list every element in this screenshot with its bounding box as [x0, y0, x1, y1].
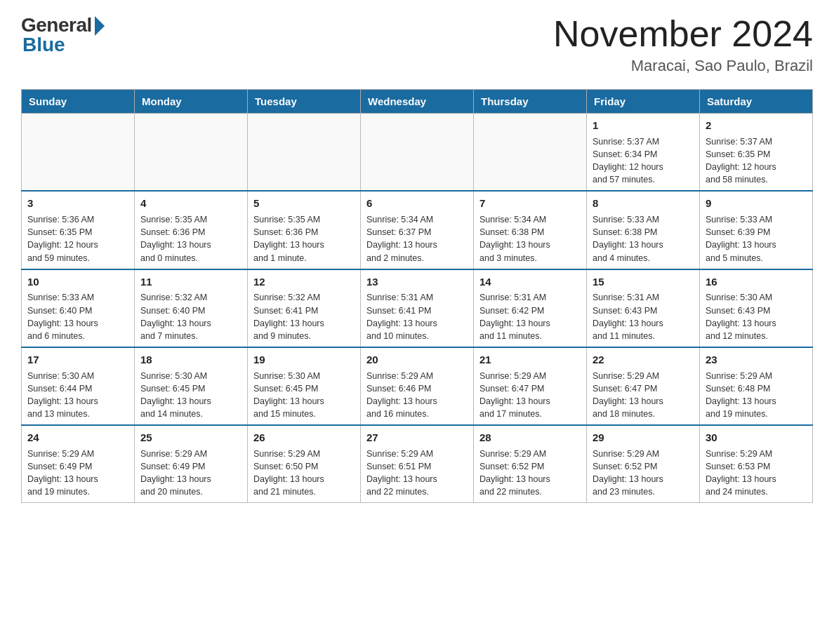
day-info: Sunset: 6:38 PM	[479, 226, 581, 239]
day-number: 15	[593, 274, 694, 290]
day-info: Sunrise: 5:33 AM	[706, 213, 807, 226]
day-info: Daylight: 13 hours	[706, 395, 807, 408]
day-info: Sunrise: 5:30 AM	[706, 291, 807, 304]
day-info: and 4 minutes.	[593, 252, 694, 264]
day-info: and 22 minutes.	[366, 485, 468, 498]
day-info: Daylight: 13 hours	[366, 395, 468, 408]
page-header: General Blue November 2024 Maracai, Sao …	[21, 14, 813, 75]
day-number: 5	[253, 196, 355, 211]
day-info: Sunrise: 5:31 AM	[366, 291, 468, 304]
calendar-cell: 30Sunrise: 5:29 AMSunset: 6:53 PMDayligh…	[700, 425, 813, 503]
day-info: Daylight: 13 hours	[140, 473, 241, 485]
calendar-cell: 9Sunrise: 5:33 AMSunset: 6:39 PMDaylight…	[700, 191, 813, 269]
day-info: Sunset: 6:42 PM	[479, 304, 581, 317]
day-info: Sunrise: 5:37 AM	[706, 135, 807, 148]
day-number: 22	[593, 352, 694, 368]
day-info: Sunset: 6:37 PM	[366, 226, 468, 239]
header-monday: Monday	[135, 90, 248, 114]
day-info: Daylight: 13 hours	[140, 239, 241, 251]
logo-arrow-icon	[95, 16, 105, 36]
day-info: Sunset: 6:43 PM	[593, 304, 694, 317]
day-info: Sunset: 6:50 PM	[253, 460, 355, 473]
day-info: and 9 minutes.	[253, 330, 355, 342]
day-info: and 23 minutes.	[593, 485, 694, 498]
day-info: Sunset: 6:45 PM	[253, 382, 355, 395]
day-info: Sunset: 6:44 PM	[27, 382, 128, 395]
calendar-cell	[361, 114, 474, 192]
day-number: 23	[706, 352, 807, 368]
header-wednesday: Wednesday	[361, 90, 474, 114]
calendar-cell	[474, 114, 587, 192]
calendar-cell: 22Sunrise: 5:29 AMSunset: 6:47 PMDayligh…	[587, 347, 700, 425]
day-number: 26	[253, 430, 355, 445]
calendar-week-row: 10Sunrise: 5:33 AMSunset: 6:40 PMDayligh…	[22, 269, 813, 347]
day-info: Daylight: 12 hours	[706, 161, 807, 173]
day-info: Daylight: 13 hours	[27, 473, 128, 485]
day-info: Sunrise: 5:30 AM	[27, 370, 128, 382]
day-number: 8	[593, 196, 694, 211]
calendar-cell	[135, 114, 248, 192]
calendar-table: Sunday Monday Tuesday Wednesday Thursday…	[21, 89, 813, 503]
calendar-cell: 26Sunrise: 5:29 AMSunset: 6:50 PMDayligh…	[248, 425, 361, 503]
calendar-cell	[22, 114, 135, 192]
day-info: Sunset: 6:36 PM	[253, 226, 355, 239]
day-number: 28	[479, 430, 581, 445]
day-info: Sunrise: 5:32 AM	[140, 291, 241, 304]
day-info: and 6 minutes.	[27, 330, 128, 342]
day-info: Sunrise: 5:37 AM	[593, 135, 694, 148]
title-block: November 2024 Maracai, Sao Paulo, Brazil	[553, 14, 813, 75]
calendar-week-row: 17Sunrise: 5:30 AMSunset: 6:44 PMDayligh…	[22, 347, 813, 425]
calendar-cell: 14Sunrise: 5:31 AMSunset: 6:42 PMDayligh…	[474, 269, 587, 347]
calendar-cell: 18Sunrise: 5:30 AMSunset: 6:45 PMDayligh…	[135, 347, 248, 425]
day-info: and 18 minutes.	[593, 408, 694, 420]
calendar-cell: 29Sunrise: 5:29 AMSunset: 6:52 PMDayligh…	[587, 425, 700, 503]
day-number: 3	[27, 196, 128, 211]
day-info: and 17 minutes.	[479, 408, 581, 420]
header-thursday: Thursday	[474, 90, 587, 114]
day-info: Daylight: 13 hours	[366, 317, 468, 330]
day-info: Sunrise: 5:31 AM	[479, 291, 581, 304]
day-info: and 24 minutes.	[706, 485, 807, 498]
day-info: Sunset: 6:51 PM	[366, 460, 468, 473]
day-info: Daylight: 13 hours	[27, 317, 128, 330]
day-info: Daylight: 13 hours	[253, 395, 355, 408]
day-info: Daylight: 12 hours	[593, 161, 694, 173]
calendar-cell: 11Sunrise: 5:32 AMSunset: 6:40 PMDayligh…	[135, 269, 248, 347]
calendar-cell: 8Sunrise: 5:33 AMSunset: 6:38 PMDaylight…	[587, 191, 700, 269]
day-number: 30	[706, 430, 807, 445]
day-number: 13	[366, 274, 468, 290]
calendar-cell: 4Sunrise: 5:35 AMSunset: 6:36 PMDaylight…	[135, 191, 248, 269]
header-saturday: Saturday	[700, 90, 813, 114]
calendar-header-row: Sunday Monday Tuesday Wednesday Thursday…	[22, 90, 813, 114]
day-info: Sunrise: 5:29 AM	[593, 448, 694, 460]
day-info: and 14 minutes.	[140, 408, 241, 420]
calendar-cell: 7Sunrise: 5:34 AMSunset: 6:38 PMDaylight…	[474, 191, 587, 269]
calendar-cell	[248, 114, 361, 192]
day-info: Sunrise: 5:32 AM	[253, 291, 355, 304]
calendar-cell: 27Sunrise: 5:29 AMSunset: 6:51 PMDayligh…	[361, 425, 474, 503]
day-info: Sunrise: 5:36 AM	[27, 213, 128, 226]
day-info: Sunrise: 5:29 AM	[366, 448, 468, 460]
day-info: and 13 minutes.	[27, 408, 128, 420]
day-info: and 2 minutes.	[366, 252, 468, 264]
day-info: Sunrise: 5:34 AM	[366, 213, 468, 226]
day-number: 17	[27, 352, 128, 368]
day-number: 21	[479, 352, 581, 368]
calendar-cell: 3Sunrise: 5:36 AMSunset: 6:35 PMDaylight…	[22, 191, 135, 269]
day-info: Sunset: 6:53 PM	[706, 460, 807, 473]
day-info: Daylight: 13 hours	[479, 239, 581, 251]
day-info: Sunrise: 5:34 AM	[479, 213, 581, 226]
header-tuesday: Tuesday	[248, 90, 361, 114]
day-info: Sunset: 6:41 PM	[366, 304, 468, 317]
day-info: Sunset: 6:36 PM	[140, 226, 241, 239]
day-info: and 10 minutes.	[366, 330, 468, 342]
day-info: Sunset: 6:41 PM	[253, 304, 355, 317]
day-info: Daylight: 13 hours	[253, 317, 355, 330]
page-subtitle: Maracai, Sao Paulo, Brazil	[553, 57, 813, 75]
day-info: Daylight: 13 hours	[706, 473, 807, 485]
day-info: Sunset: 6:47 PM	[593, 382, 694, 395]
day-info: Sunrise: 5:29 AM	[27, 448, 128, 460]
day-info: and 12 minutes.	[706, 330, 807, 342]
calendar-cell: 15Sunrise: 5:31 AMSunset: 6:43 PMDayligh…	[587, 269, 700, 347]
day-info: and 57 minutes.	[593, 173, 694, 186]
